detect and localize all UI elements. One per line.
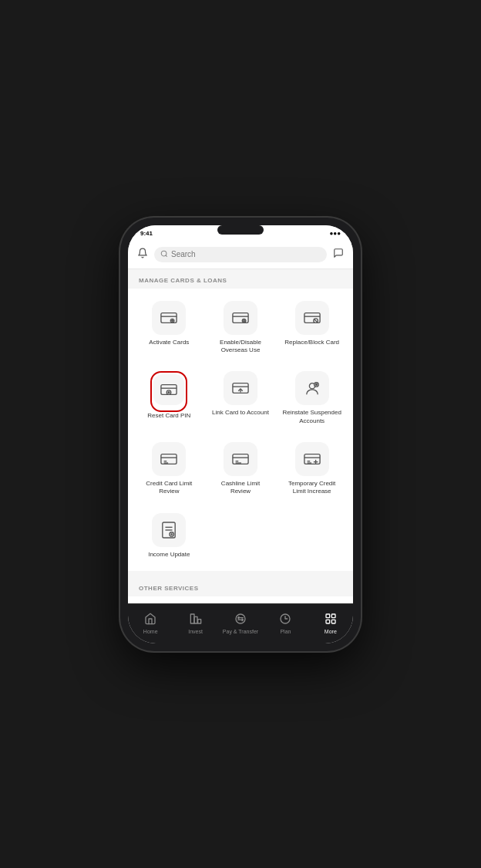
- grid-item-replace-block-card[interactable]: Replace/Block Card: [278, 295, 345, 361]
- svg-rect-58: [331, 614, 335, 618]
- temporary-credit-limit-label: Temporary Credit Limit Increase: [281, 480, 342, 496]
- income-update-icon-wrap: [152, 513, 186, 547]
- section-title-manage-cards: MANAGE CARDS & LOANS: [128, 269, 353, 289]
- svg-rect-52: [197, 620, 200, 623]
- replace-block-card-icon-wrap: [295, 301, 329, 335]
- grid-item-reset-card-pin[interactable]: Reset Card PIN: [136, 365, 203, 431]
- grid-item-temporary-credit-limit[interactable]: Temporary Credit Limit Increase: [278, 436, 345, 502]
- temporary-credit-limit-icon-wrap: [295, 442, 329, 476]
- reset-card-pin-highlight: [150, 371, 187, 412]
- nav-item-more[interactable]: More: [308, 613, 353, 634]
- app-header: [128, 242, 353, 269]
- replace-block-card-label: Replace/Block Card: [284, 339, 339, 346]
- temporary-credit-limit-icon: [304, 452, 321, 466]
- cashline-limit-review-icon: [232, 452, 249, 466]
- link-card-account-label: Link Card to Account: [212, 409, 269, 417]
- enable-disable-overseas-icon-wrap: [224, 301, 257, 335]
- reinstate-suspended-icon-wrap: [295, 371, 329, 405]
- svg-point-53: [236, 614, 245, 623]
- other-services-grid-section: $ P!: [128, 596, 353, 603]
- phone-screen: 9:41 ●●●: [128, 225, 353, 643]
- svg-rect-51: [194, 616, 197, 623]
- reset-card-pin-icon-wrap: [153, 374, 184, 405]
- bottom-nav: Home Invest: [128, 603, 353, 643]
- nav-label-plan: Plan: [280, 629, 291, 634]
- section-divider: [128, 571, 353, 577]
- nav-item-invest[interactable]: Invest: [173, 613, 217, 634]
- pay-transfer-icon: [234, 613, 247, 627]
- nav-label-more: More: [325, 629, 337, 634]
- phone-frame: 9:41 ●●●: [120, 218, 361, 651]
- main-scroll-area[interactable]: MANAGE CARDS & LOANS: [128, 269, 353, 603]
- reinstate-suspended-label: Reinstate Suspended Accounts: [281, 409, 342, 425]
- grid-item-reinstate-suspended[interactable]: Reinstate Suspended Accounts: [278, 365, 345, 431]
- invest-icon: [190, 613, 202, 627]
- link-card-account-icon-wrap: [224, 371, 257, 405]
- credit-card-limit-review-label: Credit Card Limit Review: [139, 480, 200, 496]
- home-icon: [144, 613, 156, 627]
- income-update-label: Income Update: [148, 551, 190, 559]
- svg-rect-34: [304, 454, 320, 464]
- grid-item-credit-card-limit-review[interactable]: Credit Card Limit Review: [136, 436, 203, 502]
- cashline-limit-review-label: Cashline Limit Review: [210, 480, 271, 496]
- nav-item-pay-transfer[interactable]: Pay & Transfer: [218, 613, 263, 634]
- grid-item-activate-cards[interactable]: Activate Cards: [136, 295, 203, 361]
- reset-card-pin-label: Reset Card PIN: [147, 412, 190, 420]
- svg-rect-50: [190, 614, 194, 623]
- credit-card-limit-review-icon-wrap: [152, 442, 186, 476]
- svg-point-19: [168, 392, 170, 393]
- more-icon: [325, 613, 337, 627]
- credit-card-limit-review-icon: [160, 452, 177, 466]
- grid-item-income-update[interactable]: Income Update: [136, 507, 203, 565]
- search-icon: [160, 250, 168, 259]
- income-update-icon: [161, 522, 177, 539]
- reinstate-suspended-icon: [304, 380, 321, 396]
- phone-notch: [217, 225, 264, 235]
- manage-cards-grid-section: Activate Cards: [128, 289, 353, 572]
- reset-card-pin-icon: [160, 383, 177, 397]
- link-card-account-icon: [232, 381, 249, 395]
- svg-rect-59: [326, 620, 330, 623]
- svg-rect-60: [331, 620, 335, 623]
- grid-item-link-card-account[interactable]: Link Card to Account: [207, 365, 274, 431]
- nav-label-invest: Invest: [188, 629, 203, 634]
- search-bar[interactable]: [154, 247, 327, 262]
- replace-block-card-icon: [304, 311, 321, 325]
- cashline-limit-review-icon-wrap: [224, 442, 257, 476]
- enable-disable-overseas-label: Enable/Disable Overseas Use: [210, 339, 271, 355]
- svg-rect-26: [161, 454, 177, 464]
- nav-label-pay-transfer: Pay & Transfer: [223, 629, 258, 634]
- grid-item-cashline-limit-review[interactable]: Cashline Limit Review: [207, 436, 274, 502]
- section-title-other-services: OTHER SERVICES: [128, 577, 353, 596]
- nav-label-home: Home: [143, 629, 158, 634]
- plan-icon: [279, 613, 291, 627]
- status-icons: ●●●: [330, 230, 341, 237]
- nav-item-plan[interactable]: Plan: [263, 613, 308, 634]
- message-icon[interactable]: [333, 248, 344, 261]
- enable-disable-overseas-icon: [232, 311, 249, 325]
- status-time: 9:41: [140, 230, 153, 237]
- manage-cards-grid: Activate Cards: [136, 295, 345, 566]
- search-input[interactable]: [171, 250, 321, 258]
- grid-item-enable-disable-overseas[interactable]: Enable/Disable Overseas Use: [207, 295, 274, 361]
- bell-icon[interactable]: [137, 248, 148, 261]
- nav-item-home[interactable]: Home: [128, 613, 173, 634]
- svg-point-25: [315, 384, 317, 386]
- svg-rect-57: [326, 614, 330, 618]
- svg-point-0: [161, 251, 166, 256]
- activate-cards-icon-wrap: [152, 301, 186, 335]
- activate-cards-icon: [160, 311, 177, 325]
- svg-line-1: [166, 255, 167, 256]
- activate-cards-label: Activate Cards: [149, 339, 189, 346]
